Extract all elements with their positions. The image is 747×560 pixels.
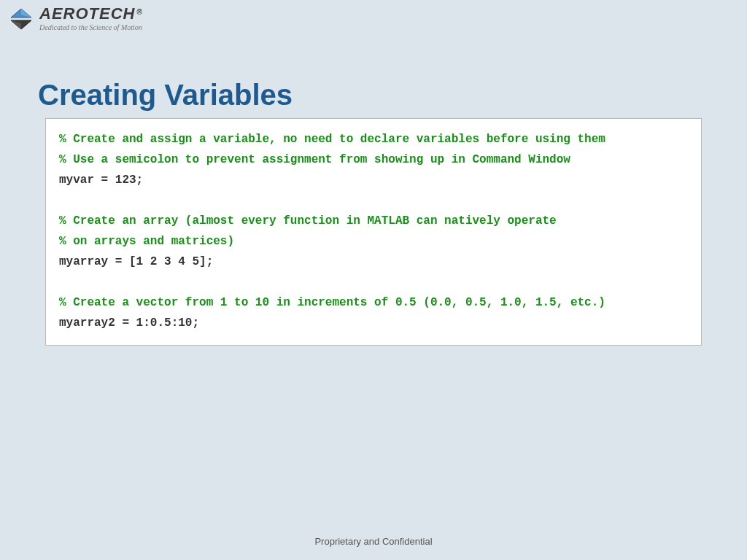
code-comment: % on arrays and matrices) bbox=[59, 231, 688, 252]
code-comment: % Create and assign a variable, no need … bbox=[59, 129, 688, 149]
registered-mark: ® bbox=[136, 8, 142, 16]
blank-line bbox=[59, 190, 688, 211]
company-logo: AEROTECH® Dedicated to the Science of Mo… bbox=[7, 6, 142, 31]
logo-tagline: Dedicated to the Science of Motion bbox=[39, 23, 142, 31]
blank-line bbox=[59, 272, 688, 292]
code-statement: myarray2 = 1:0.5:10; bbox=[59, 313, 688, 333]
code-statement: myvar = 123; bbox=[59, 170, 688, 190]
slide-title: Creating Variables bbox=[38, 79, 293, 112]
logo-mark-icon bbox=[7, 7, 35, 31]
code-statement: myarray = [1 2 3 4 5]; bbox=[59, 252, 688, 272]
code-comment: % Create a vector from 1 to 10 in increm… bbox=[59, 292, 688, 313]
code-comment: % Use a semicolon to prevent assignment … bbox=[59, 149, 688, 170]
footer-text: Proprietary and Confidential bbox=[0, 536, 747, 547]
logo-name: AEROTECH bbox=[39, 4, 135, 23]
logo-wordmark: AEROTECH® bbox=[39, 6, 142, 22]
code-box: % Create and assign a variable, no need … bbox=[45, 118, 702, 346]
logo-text-block: AEROTECH® Dedicated to the Science of Mo… bbox=[39, 6, 142, 31]
code-comment: % Create an array (almost every function… bbox=[59, 211, 688, 231]
